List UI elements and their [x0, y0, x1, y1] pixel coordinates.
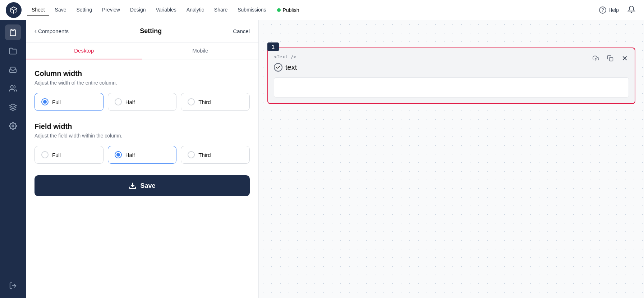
card-close-button[interactable]: ✕ — [619, 53, 630, 64]
panel-title: Setting — [69, 27, 233, 35]
column-width-radio-group: Full Half Third — [34, 93, 250, 111]
sidebar-icon-folder[interactable] — [5, 43, 21, 59]
radio-circle-fw-full — [41, 151, 49, 158]
card-field-label: text — [274, 63, 629, 72]
svg-rect-4 — [610, 58, 613, 61]
radio-circle-fw-half — [115, 151, 122, 158]
top-nav: Sheet Save Setting Preview Design Variab… — [0, 0, 644, 20]
check-icon — [276, 65, 281, 70]
signout-icon — [9, 282, 17, 290]
nav-preview[interactable]: Preview — [98, 4, 124, 16]
nav-design[interactable]: Design — [126, 4, 150, 16]
card-text-input[interactable] — [274, 77, 629, 98]
publish-status-dot — [277, 8, 281, 12]
canvas-area: 1 ✕ <Text /> — [259, 20, 644, 298]
tab-desktop[interactable]: Desktop — [26, 42, 142, 59]
svg-marker-2 — [10, 104, 16, 107]
cancel-button[interactable]: Cancel — [233, 28, 250, 34]
nav-setting[interactable]: Setting — [72, 4, 97, 16]
duplicate-icon — [607, 55, 613, 62]
check-circle-icon — [274, 63, 282, 72]
clipboard-icon — [9, 28, 17, 36]
panel-content: Column width Adjust the width of the ent… — [26, 59, 258, 298]
folder-icon — [9, 47, 17, 55]
inbox-icon — [9, 66, 17, 74]
column-width-half[interactable]: Half — [108, 93, 177, 111]
main-layout: ‹ Components Setting Cancel Desktop Mobi… — [0, 20, 644, 298]
radio-circle-half — [115, 98, 122, 105]
svg-rect-0 — [12, 29, 14, 31]
column-width-full[interactable]: Full — [34, 93, 104, 111]
card-import-button[interactable] — [590, 53, 602, 64]
field-width-title: Field width — [34, 122, 250, 131]
sidebar-icon-settings[interactable] — [5, 118, 21, 134]
app-logo[interactable] — [6, 2, 22, 18]
tab-bar: Desktop Mobile — [26, 42, 258, 59]
sidebar-icon-clipboard[interactable] — [5, 24, 21, 40]
save-icon — [129, 182, 137, 190]
card-tools: ✕ — [590, 53, 630, 64]
svg-point-3 — [12, 125, 14, 127]
nav-analytic[interactable]: Analytic — [182, 4, 208, 16]
radio-circle-full — [41, 98, 49, 105]
sidebar-icon-inbox[interactable] — [5, 62, 21, 78]
nav-variables[interactable]: Variables — [152, 4, 181, 16]
panel-header: ‹ Components Setting Cancel — [26, 20, 258, 42]
bell-icon — [627, 5, 635, 13]
save-button[interactable]: Save — [34, 175, 250, 196]
help-button[interactable]: ? Help — [595, 4, 623, 17]
field-width-desc: Adjust the field width within the column… — [34, 133, 250, 139]
form-card: 1 ✕ <Text /> — [267, 48, 635, 104]
card-duplicate-button[interactable] — [604, 53, 616, 64]
radio-circle-third — [188, 98, 195, 105]
card-badge: 1 — [267, 42, 279, 51]
field-width-half[interactable]: Half — [108, 146, 177, 164]
column-width-title: Column width — [34, 69, 250, 78]
sidebar-icon-signout[interactable] — [5, 278, 21, 294]
chevron-left-icon: ‹ — [34, 27, 37, 35]
field-width-radio-group: Full Half Third — [34, 146, 250, 164]
sidebar-icon-users[interactable] — [5, 81, 21, 96]
users-icon — [9, 85, 17, 92]
back-button[interactable]: ‹ Components — [34, 27, 69, 35]
field-width-full[interactable]: Full — [34, 146, 104, 164]
notification-button[interactable] — [625, 3, 638, 18]
field-width-third[interactable]: Third — [181, 146, 250, 164]
publish-button[interactable]: Publish — [272, 5, 304, 15]
card-tag: <Text /> — [274, 54, 629, 59]
column-width-desc: Adjust the width of the entire column. — [34, 80, 250, 86]
sidebar-icon-layers[interactable] — [5, 99, 21, 115]
sidebar — [0, 20, 26, 298]
settings-icon — [9, 122, 17, 130]
question-icon: ? — [599, 6, 606, 14]
settings-panel: ‹ Components Setting Cancel Desktop Mobi… — [26, 20, 259, 298]
column-width-third[interactable]: Third — [181, 93, 250, 111]
radio-circle-fw-third — [188, 151, 195, 158]
nav-save[interactable]: Save — [51, 4, 71, 16]
nav-sheet[interactable]: Sheet — [27, 4, 49, 16]
layers-icon — [9, 103, 17, 111]
tab-mobile[interactable]: Mobile — [142, 42, 259, 59]
nav-share[interactable]: Share — [210, 4, 232, 16]
import-icon — [593, 55, 599, 62]
nav-submissions[interactable]: Submissions — [233, 4, 270, 16]
svg-point-1 — [11, 86, 13, 88]
logo-icon — [9, 6, 18, 14]
